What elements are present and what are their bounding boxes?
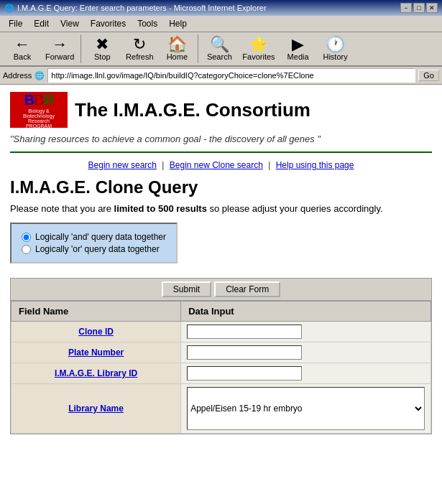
select-wrapper: Appel/Eisen 15-19 hr embryo	[187, 387, 425, 430]
refresh-icon: ↻	[133, 37, 146, 52]
stop-icon: ✖	[96, 37, 109, 52]
library-name-label: Library Name	[11, 384, 181, 434]
menu-bar: File Edit View Favorites Tools Help	[0, 16, 442, 32]
table-row: Clone ID	[11, 322, 431, 342]
form-toolbar: Submit Clear Form	[11, 279, 431, 301]
window-title: I.M.A.G.E Query: Enter search parameters…	[17, 4, 267, 12]
query-type-group: Logically 'and' query data together Logi…	[10, 223, 178, 263]
media-button[interactable]: ▶ Media	[280, 34, 316, 63]
bbr-logo: BBR Biology & Biotechnology Research PRO…	[10, 92, 68, 128]
page-title: I.M.A.G.E. Clone Query	[10, 177, 432, 197]
library-id-label: I.M.A.G.E. Library ID	[11, 363, 181, 384]
address-bar: Address 🌐 Go	[0, 67, 442, 85]
table-row: Library Name Appel/Eisen 15-19 hr embryo	[11, 384, 431, 434]
clone-id-input-cell	[181, 322, 431, 342]
submit-button[interactable]: Submit	[162, 281, 211, 297]
stop-label: Stop	[94, 52, 111, 61]
forward-icon: →	[52, 37, 68, 52]
table-row: Plate Number	[11, 342, 431, 363]
history-label: History	[323, 52, 347, 61]
nav-begin-clone[interactable]: Begin new Clone search	[170, 160, 263, 170]
radio-or-row: Logically 'or' query data together	[22, 244, 166, 254]
clone-id-link[interactable]: Clone ID	[78, 327, 114, 337]
col-field-name: Field Name	[11, 302, 181, 322]
title-bar: 🌐 I.M.A.G.E Query: Enter search paramete…	[0, 0, 442, 16]
plate-number-input[interactable]	[187, 345, 302, 360]
forward-button[interactable]: → Forward	[42, 34, 78, 63]
library-id-link[interactable]: I.M.A.G.E. Library ID	[55, 368, 137, 378]
address-label: Address	[3, 71, 32, 80]
address-input[interactable]	[47, 68, 415, 83]
history-icon: 🕐	[326, 37, 345, 52]
history-button[interactable]: 🕐 History	[318, 34, 354, 63]
plate-number-label: Plate Number	[11, 342, 181, 363]
radio-or[interactable]	[22, 245, 31, 254]
minimize-button[interactable]: −	[400, 3, 412, 13]
window-icon: 🌐	[4, 4, 14, 13]
library-id-input[interactable]	[187, 366, 302, 381]
favorites-icon: ⭐	[249, 37, 268, 52]
library-name-select[interactable]: Appel/Eisen 15-19 hr embryo	[187, 387, 425, 430]
stop-button[interactable]: ✖ Stop	[84, 34, 120, 63]
library-name-input-cell: Appel/Eisen 15-19 hr embryo	[181, 384, 431, 434]
nav-begin-search[interactable]: Begin new search	[88, 160, 157, 170]
bbr-letters: BBR	[24, 92, 53, 108]
limit-notice: Please note that you are limited to 500 …	[10, 203, 432, 214]
plate-number-link[interactable]: Plate Number	[68, 347, 124, 358]
tagline: "Sharing resources to achieve a common g…	[10, 134, 432, 144]
table-row: I.M.A.G.E. Library ID	[11, 363, 431, 384]
consortium-title: The I.M.A.G.E. Consortium	[75, 99, 310, 121]
refresh-button[interactable]: ↻ Refresh	[121, 34, 157, 63]
table-header-row: Field Name Data Input	[11, 302, 431, 322]
menu-tools[interactable]: Tools	[132, 17, 163, 30]
radio-and-label: Logically 'and' query data together	[35, 232, 166, 242]
refresh-label: Refresh	[126, 52, 154, 61]
header-area: BBR Biology & Biotechnology Research PRO…	[10, 92, 432, 128]
menu-file[interactable]: File	[3, 17, 28, 30]
nav-sep-1: |	[162, 160, 164, 170]
clear-form-button[interactable]: Clear Form	[214, 281, 280, 297]
back-label: Back	[14, 52, 31, 61]
menu-edit[interactable]: Edit	[28, 17, 55, 30]
divider	[10, 151, 432, 153]
forward-label: Forward	[45, 52, 74, 61]
favorites-label: Favorites	[242, 52, 275, 61]
back-icon: ←	[14, 37, 30, 52]
col-data-input: Data Input	[181, 302, 431, 322]
radio-and-row: Logically 'and' query data together	[22, 232, 166, 242]
go-button[interactable]: Go	[418, 70, 439, 81]
library-name-link[interactable]: Library Name	[68, 403, 124, 414]
title-bar-left: 🌐 I.M.A.G.E Query: Enter search paramete…	[4, 4, 267, 13]
nav-help[interactable]: Help using this page	[276, 160, 354, 170]
page-content: BBR Biology & Biotechnology Research PRO…	[0, 85, 442, 442]
home-icon: 🏠	[167, 37, 187, 52]
bbr-subtitle: Biology & Biotechnology Research PROGRAM	[23, 108, 55, 129]
menu-help[interactable]: Help	[163, 17, 193, 30]
favorites-button[interactable]: ⭐ Favorites	[239, 34, 278, 63]
address-icon: 🌐	[34, 71, 45, 80]
plate-number-input-cell	[181, 342, 431, 363]
clone-id-input[interactable]	[187, 325, 302, 339]
library-id-input-cell	[181, 363, 431, 384]
nav-links: Begin new search | Begin new Clone searc…	[10, 160, 432, 170]
clone-id-label: Clone ID	[11, 322, 181, 342]
maximize-button[interactable]: □	[413, 3, 425, 13]
form-area: Submit Clear Form Field Name Data Input …	[10, 278, 432, 434]
toolbar-sep-1	[80, 34, 81, 63]
toolbar-sep-2	[198, 34, 198, 63]
radio-or-label: Logically 'or' query data together	[35, 244, 160, 254]
back-button[interactable]: ← Back	[4, 34, 40, 63]
search-button[interactable]: 🔍 Search	[201, 34, 237, 63]
radio-and[interactable]	[22, 233, 31, 242]
menu-favorites[interactable]: Favorites	[85, 17, 132, 30]
media-icon: ▶	[292, 37, 304, 52]
toolbar: ← Back → Forward ✖ Stop ↻ Refresh 🏠 Home…	[0, 32, 442, 67]
media-label: Media	[287, 52, 309, 61]
home-button[interactable]: 🏠 Home	[159, 34, 195, 63]
close-button[interactable]: ✕	[426, 3, 438, 13]
title-bar-controls: − □ ✕	[400, 3, 438, 13]
home-label: Home	[167, 52, 188, 61]
data-table: Field Name Data Input Clone ID	[11, 301, 431, 434]
menu-view[interactable]: View	[55, 17, 85, 30]
nav-sep-2: |	[268, 160, 270, 170]
